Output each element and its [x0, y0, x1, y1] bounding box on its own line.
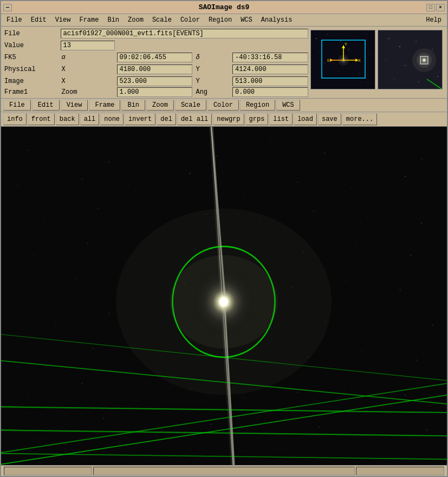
phys-y-value: 4124.000 [232, 65, 308, 74]
close-button[interactable]: × [436, 4, 445, 11]
toolbar-file-button[interactable]: File [3, 100, 31, 111]
svg-point-9 [324, 62, 325, 63]
svg-point-83 [55, 325, 55, 326]
svg-point-82 [400, 289, 401, 291]
svg-point-100 [81, 383, 82, 384]
menu-frame[interactable]: Frame [76, 15, 102, 25]
ra-value: 09:02:06.455 [117, 53, 193, 62]
region-grps-button[interactable]: grps [245, 113, 269, 125]
svg-point-108 [103, 418, 104, 419]
svg-point-109 [157, 435, 158, 436]
region-invert-button[interactable]: invert [125, 113, 155, 125]
svg-point-8 [370, 54, 371, 55]
status-segment-2 [93, 467, 355, 475]
region-back-button[interactable]: back [56, 113, 79, 125]
region-front-button[interactable]: front [28, 113, 55, 125]
svg-point-89 [378, 316, 379, 317]
window-title: SAOImage ds9 [199, 3, 250, 11]
toolbar-view-button[interactable]: View [61, 100, 88, 111]
svg-point-90 [432, 325, 433, 326]
svg-point-74 [410, 255, 411, 256]
region-more-button[interactable]: more... [342, 113, 377, 125]
svg-point-2 [327, 34, 328, 35]
phys-y-label: Y [194, 65, 230, 74]
region-delall-button[interactable]: del all [177, 113, 212, 125]
menu-scale[interactable]: Scale [149, 15, 175, 25]
menu-edit[interactable]: Edit [28, 15, 50, 25]
file-value: acisf01927_000N001_evt1.fits[EVENTS] [61, 29, 308, 38]
toolbar-bin-button[interactable]: Bin [121, 100, 145, 111]
svg-point-105 [351, 386, 352, 387]
svg-point-58 [405, 176, 406, 177]
delta-symbol: δ [194, 54, 230, 61]
menu-bin[interactable]: Bin [104, 15, 122, 25]
region-load-button[interactable]: load [294, 113, 317, 125]
svg-point-24 [388, 38, 389, 39]
menu-wcs[interactable]: WCS [237, 15, 256, 25]
svg-point-29 [405, 65, 406, 66]
menu-file[interactable]: File [3, 15, 25, 25]
region-none-button[interactable]: none [100, 113, 124, 125]
region-info-button[interactable]: info [3, 113, 27, 125]
image-area[interactable] [1, 127, 447, 465]
svg-point-25 [399, 46, 400, 47]
region-del-button[interactable]: del [157, 113, 176, 125]
region-all-button[interactable]: all [80, 113, 100, 125]
svg-point-98 [415, 359, 417, 360]
svg-point-65 [367, 217, 368, 218]
svg-point-42 [28, 150, 29, 151]
svg-point-7 [348, 49, 349, 50]
toolbar-frame-button[interactable]: Frame [89, 100, 120, 111]
menu-color[interactable]: Color [177, 15, 203, 25]
svg-point-59 [44, 220, 44, 221]
svg-point-121 [219, 297, 228, 306]
svg-point-110 [211, 424, 212, 425]
svg-point-12 [367, 81, 368, 82]
region-newgrp-button[interactable]: newgrp [213, 113, 244, 125]
svg-point-76 [76, 278, 77, 279]
svg-point-28 [386, 60, 387, 61]
toolbar-scale-button[interactable]: Scale [175, 100, 206, 111]
toolbar-wcs-button[interactable]: WCS [276, 100, 300, 111]
menu-region[interactable]: Region [205, 15, 235, 25]
img-x-label: X [61, 77, 115, 86]
menu-analysis[interactable]: Analysis [258, 15, 296, 25]
svg-point-1 [316, 38, 317, 39]
svg-point-47 [270, 138, 271, 139]
thumbnail-overview: Y X E [310, 30, 375, 89]
toolbar-color-button[interactable]: Color [207, 100, 239, 111]
svg-point-106 [405, 395, 406, 396]
menu-bar: File Edit View Frame Bin Zoom Scale Colo… [1, 14, 447, 27]
svg-point-101 [135, 401, 136, 402]
minimize-button[interactable]: — [3, 4, 12, 11]
svg-point-73 [356, 246, 357, 247]
svg-point-66 [421, 223, 422, 224]
restore-button[interactable]: □ [426, 4, 435, 11]
svg-text:X: X [358, 58, 361, 63]
svg-point-54 [189, 173, 190, 174]
ang-value: 0.000 [232, 87, 308, 97]
svg-point-60 [98, 208, 99, 209]
img-y-value: 513.000 [232, 76, 308, 86]
svg-point-81 [346, 281, 346, 282]
svg-text:E: E [327, 58, 330, 63]
dec-value: -40:33:16.58 [232, 53, 308, 62]
toolbar-region-button[interactable]: Region [240, 100, 275, 111]
menu-help[interactable]: Help [423, 15, 445, 25]
svg-point-6 [319, 51, 319, 52]
svg-point-64 [313, 211, 314, 212]
svg-point-53 [135, 191, 136, 192]
svg-point-4 [354, 36, 354, 37]
region-save-button[interactable]: save [318, 113, 341, 125]
toolbar-zoom-button[interactable]: Zoom [146, 100, 174, 111]
toolbar-edit-button[interactable]: Edit [32, 100, 60, 111]
svg-point-33 [418, 81, 419, 82]
menu-zoom[interactable]: Zoom [125, 15, 147, 25]
img-x-value: 523.000 [117, 76, 193, 86]
value-label: Value [3, 41, 59, 50]
zoom-label: Zoom [61, 88, 115, 96]
phys-x-value: 4180.000 [117, 65, 193, 74]
svg-point-113 [373, 421, 373, 422]
region-list-button[interactable]: list [269, 113, 293, 125]
menu-view[interactable]: View [52, 15, 74, 25]
